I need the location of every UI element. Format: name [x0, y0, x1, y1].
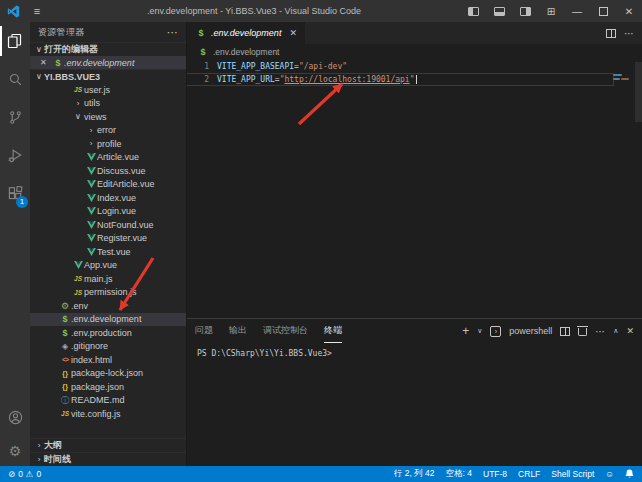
indentation[interactable]: 空格: 4 — [446, 468, 472, 480]
explorer-more-actions-icon[interactable]: ⋯ — [167, 26, 178, 39]
minimap[interactable] — [613, 60, 635, 318]
tree-file-README.md[interactable]: ⓘREADME.md — [30, 394, 186, 408]
close-button[interactable]: ✕ — [616, 0, 642, 22]
tree-file-.env.production[interactable]: $.env.production — [30, 326, 186, 340]
tree-item-label: App.vue — [84, 260, 117, 270]
close-editor-icon[interactable]: ✕ — [40, 58, 52, 67]
feedback-icon[interactable]: ☺ — [605, 469, 614, 479]
tree-file-.env.development[interactable]: $.env.development — [30, 313, 186, 327]
panel-tab-0[interactable]: 问题 — [195, 319, 213, 343]
editor-more-actions-icon[interactable]: ⋯ — [624, 28, 634, 39]
panel-tab-terminal[interactable]: 终端 — [324, 319, 342, 343]
tab-close-icon[interactable]: ✕ — [289, 28, 297, 38]
settings-gear-icon[interactable]: ⚙ — [0, 436, 30, 466]
tree-item-label: views — [84, 112, 107, 122]
terminal-shell-label[interactable]: powershell — [509, 326, 552, 336]
language-mode[interactable]: Shell Script — [551, 469, 594, 479]
explorer-icon[interactable] — [0, 22, 30, 60]
vscode-window: ≡ .env.development - Yi.BBS.Vue3 - Visua… — [0, 0, 642, 482]
terminal-dropdown-icon[interactable]: ∨ — [477, 327, 482, 335]
tree-file-Login.vue[interactable]: Login.vue — [30, 205, 186, 219]
token-link[interactable]: http://localhost:19001/api — [284, 73, 409, 86]
json-icon: {} — [59, 369, 71, 378]
tree-file-Index.vue[interactable]: Index.vue — [30, 191, 186, 205]
panel-tab-1[interactable]: 输出 — [229, 319, 247, 343]
tree-folder-utils[interactable]: ›utils — [30, 97, 186, 111]
vue-icon — [85, 153, 97, 161]
tree-file-Register.vue[interactable]: Register.vue — [30, 232, 186, 246]
timeline-section-header[interactable]: › 时间线 — [30, 452, 186, 466]
project-root-header[interactable]: ∨ YI.BBS.VUE3 — [30, 69, 186, 83]
tree-file-Article.vue[interactable]: Article.vue — [30, 151, 186, 165]
tree-folder-error[interactable]: ›error — [30, 124, 186, 138]
vue-icon — [85, 234, 97, 242]
kill-terminal-icon[interactable] — [578, 326, 587, 336]
menu-icon[interactable]: ≡ — [26, 5, 48, 17]
eol-sequence[interactable]: CRLF — [518, 469, 540, 479]
customize-layout-icon[interactable]: ⊞ — [538, 0, 564, 22]
editor-scrollbar[interactable] — [635, 62, 642, 122]
notifications-bell-icon[interactable] — [625, 469, 634, 479]
tree-file-Test.vue[interactable]: Test.vue — [30, 245, 186, 259]
shellscript-icon: $ — [59, 314, 71, 324]
toggle-panel-icon[interactable] — [486, 0, 512, 22]
maximize-button[interactable] — [590, 0, 616, 22]
breadcrumb-item[interactable]: .env.development — [213, 47, 279, 57]
tree-item-label: package.json — [71, 382, 124, 392]
split-terminal-icon[interactable] — [560, 327, 570, 336]
tree-folder-views[interactable]: ∨views — [30, 110, 186, 124]
source-control-icon[interactable] — [0, 98, 30, 136]
minimize-button[interactable]: — — [564, 0, 590, 22]
search-icon[interactable] — [0, 60, 30, 98]
outline-section-header[interactable]: › 大纲 — [30, 438, 186, 452]
tree-file-permission.js[interactable]: JSpermission.js — [30, 286, 186, 300]
explorer-sidebar: 资源管理器 ⋯ ∨ 打开的编辑器 ✕$.env.development ∨ YI… — [30, 22, 186, 466]
code-editor[interactable]: 1VITE_APP_BASEAPI="/api-dev"2VITE_APP_UR… — [187, 60, 642, 318]
tree-file-package.json[interactable]: {}package.json — [30, 380, 186, 394]
breadcrumb[interactable]: $ .env.development — [187, 44, 642, 60]
tree-folder-profile[interactable]: ›profile — [30, 137, 186, 151]
tree-file-NotFound.vue[interactable]: NotFound.vue — [30, 218, 186, 232]
title-bar: ≡ .env.development - Yi.BBS.Vue3 - Visua… — [0, 0, 642, 22]
tree-file-App.vue[interactable]: App.vue — [30, 259, 186, 273]
activity-bar: 1 ⚙ — [0, 22, 30, 466]
toggle-secondary-sidebar-icon[interactable] — [512, 0, 538, 22]
open-editors-header[interactable]: ∨ 打开的编辑器 — [30, 42, 186, 56]
tree-file-.env[interactable]: ⚙.env — [30, 299, 186, 313]
file-tree: JSuser.js›utils∨views›error›profileArtic… — [30, 83, 186, 421]
tree-file-user.js[interactable]: JSuser.js — [30, 83, 186, 97]
run-debug-icon[interactable] — [0, 136, 30, 174]
close-panel-icon[interactable]: ✕ — [626, 326, 634, 336]
account-icon[interactable] — [0, 398, 30, 436]
window-title: .env.development - Yi.BBS.Vue3 - Visual … — [48, 6, 460, 16]
tab-env-development[interactable]: $ .env.development ✕ — [187, 22, 305, 44]
maximize-panel-icon[interactable]: ∧ — [613, 327, 618, 335]
shellscript-icon: $ — [195, 28, 207, 38]
tree-file-main.js[interactable]: JSmain.js — [30, 272, 186, 286]
terminal[interactable]: PS D:\CSharp\Yi\Yi.BBS.Vue3> — [187, 343, 642, 466]
tree-item-label: .env.production — [71, 328, 132, 338]
toggle-sidebar-icon[interactable] — [460, 0, 486, 22]
tree-file-vite.config.js[interactable]: JSvite.config.js — [30, 407, 186, 421]
code-line-1[interactable]: 1VITE_APP_BASEAPI="/api-dev" — [187, 60, 642, 73]
cursor-position[interactable]: 行 2, 列 42 — [394, 468, 435, 480]
split-editor-icon[interactable] — [606, 29, 616, 38]
open-editor-label: .env.development — [64, 58, 134, 68]
tree-item-label: EditArticle.vue — [97, 179, 155, 189]
open-editor-item[interactable]: ✕$.env.development — [30, 56, 186, 69]
tree-file-index.html[interactable]: <>index.html — [30, 353, 186, 367]
new-terminal-icon[interactable]: + — [462, 324, 469, 338]
token-variable: VITE_APP_URL — [217, 73, 275, 86]
encoding[interactable]: UTF-8 — [483, 469, 507, 479]
panel-more-actions-icon[interactable]: ⋯ — [595, 326, 605, 337]
tree-file-EditArticle.vue[interactable]: EditArticle.vue — [30, 178, 186, 192]
code-line-2[interactable]: 2VITE_APP_URL="http://localhost:19001/ap… — [187, 73, 614, 86]
extensions-icon[interactable]: 1 — [0, 174, 30, 212]
tree-file-.gitignore[interactable]: ◈.gitignore — [30, 340, 186, 354]
problems-status[interactable]: ⊘0 ⚠0 — [8, 469, 41, 479]
tree-file-package-lock.json[interactable]: {}package-lock.json — [30, 367, 186, 381]
tree-file-Discuss.vue[interactable]: Discuss.vue — [30, 164, 186, 178]
tree-item-label: Index.vue — [97, 193, 136, 203]
tree-item-label: Register.vue — [97, 233, 147, 243]
panel-tab-2[interactable]: 调试控制台 — [263, 319, 308, 343]
